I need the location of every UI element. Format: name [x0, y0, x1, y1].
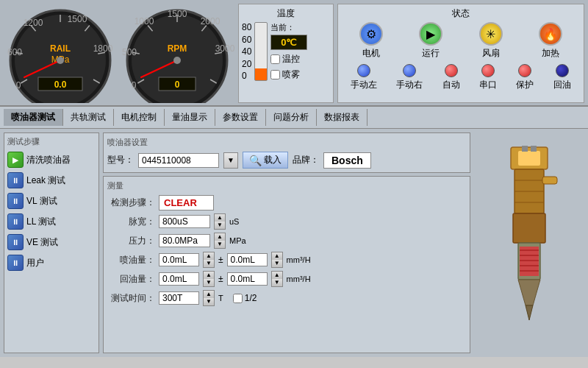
test-time-spin-up[interactable]: ▲ [204, 291, 214, 298]
pulse-row: 脉宽： ▲ ▼ uS [107, 213, 466, 230]
led-serial-label: 串口 [479, 79, 497, 91]
app-container: 0 600 1200 1500 1800 RAIL MPa 0.0 [0, 0, 588, 357]
temp-current-label: 当前： [270, 22, 307, 33]
injection-spin2-down[interactable]: ▼ [272, 260, 282, 267]
led-auto-label: 自动 [442, 79, 460, 91]
injection-spin1[interactable]: ▲ ▼ [203, 252, 215, 268]
led-oil-return-label: 回油 [553, 79, 571, 91]
pressure-spin-down[interactable]: ▼ [215, 241, 225, 248]
test-time-spin-down[interactable]: ▼ [204, 298, 214, 305]
temp-spray-checkbox[interactable] [270, 70, 280, 79]
nav-rail-test[interactable]: 共轨测试 [63, 109, 114, 126]
injection-spin2-up[interactable]: ▲ [272, 252, 282, 260]
ve-btn[interactable]: ⏸ VE 测试 [7, 234, 96, 250]
status-leds-row: 手动左 手动右 自动 串口 保护 [341, 64, 581, 91]
injection-spin1-up[interactable]: ▲ [204, 252, 214, 260]
center-panel: 喷油器设置 型号： ▼ 🔍 载入 品牌： Bosch 测量 [103, 132, 470, 353]
heat-label: 加热 [542, 47, 559, 60]
return-vol-input1[interactable] [159, 272, 199, 286]
left-panel: 测试步骤 ▶ 清洗喷油器 ⏸ Leak 测试 ⏸ VL 测试 ⏸ LL 测试 ⏸… [4, 132, 99, 353]
vl-btn[interactable]: ⏸ VL 测试 [7, 193, 96, 209]
led-serial: 串口 [479, 64, 497, 91]
pulse-spin[interactable]: ▲ ▼ [214, 213, 226, 230]
injector-diagram [478, 144, 581, 342]
measure-title: 测量 [107, 180, 466, 191]
temp-spray-row: 喷雾 [270, 68, 307, 81]
return-spin2-down[interactable]: ▼ [272, 279, 282, 286]
model-input[interactable] [138, 153, 219, 168]
return-spin1-up[interactable]: ▲ [204, 272, 214, 279]
svg-point-37 [173, 57, 181, 64]
nav-param-settings[interactable]: 参数设置 [215, 109, 266, 126]
svg-text:1200: 1200 [24, 18, 43, 28]
leak-btn-icon: ⏸ [7, 172, 24, 188]
fan-label: 风扇 [482, 47, 500, 60]
status-fan: ✳ 风扇 [479, 22, 503, 60]
led-protect-label: 保护 [516, 79, 534, 91]
svg-text:1500: 1500 [68, 14, 87, 24]
injection-vol-label: 喷油量： [107, 254, 155, 266]
nav-injector-test[interactable]: 喷油器测试 [4, 109, 63, 126]
return-spin1-down[interactable]: ▼ [204, 279, 214, 286]
nav-data-report[interactable]: 数据报表 [317, 109, 368, 126]
ll-btn-label: LL 测试 [26, 216, 56, 228]
run-icon: ▶ [419, 22, 442, 46]
return-unit: mm³/H [287, 275, 311, 283]
ll-btn-icon: ⏸ [7, 213, 24, 230]
pressure-input[interactable] [159, 234, 210, 247]
model-label: 型号： [107, 154, 134, 166]
heat-icon: 🔥 [539, 22, 562, 46]
injection-vol-input2[interactable] [227, 253, 268, 266]
led-manual-right-indicator [403, 64, 416, 77]
svg-text:3000: 3000 [215, 43, 234, 54]
svg-rect-43 [531, 146, 537, 152]
leak-btn[interactable]: ⏸ Leak 测试 [7, 172, 96, 188]
pressure-spin-up[interactable]: ▲ [215, 233, 225, 241]
nav-oil-display[interactable]: 量油显示 [165, 109, 215, 126]
injection-spin1-down[interactable]: ▼ [204, 260, 214, 267]
led-oil-return-indicator [556, 64, 569, 77]
test-steps-title: 测试步骤 [7, 136, 96, 147]
load-btn[interactable]: 🔍 载入 [243, 152, 288, 169]
return-spin2[interactable]: ▲ ▼ [271, 271, 283, 287]
injection-vol-input1[interactable] [159, 253, 199, 266]
nav-motor-control[interactable]: 电机控制 [114, 109, 165, 126]
half-cycle-checkbox[interactable] [233, 294, 243, 303]
test-time-spin[interactable]: ▲ ▼ [203, 290, 215, 306]
test-time-input[interactable] [159, 291, 199, 305]
temp-scale: 80 60 40 20 0 [242, 22, 251, 81]
model-dropdown-btn[interactable]: ▼ [223, 152, 238, 169]
pulse-spin-up[interactable]: ▲ [215, 214, 225, 222]
settings-row: 型号： ▼ 🔍 载入 品牌： Bosch [107, 152, 466, 169]
svg-text:1500: 1500 [168, 9, 187, 19]
svg-text:RPM: RPM [168, 43, 187, 54]
vl-btn-icon: ⏸ [7, 193, 24, 209]
svg-rect-51 [520, 247, 539, 276]
status-run: ▶ 运行 [419, 22, 442, 60]
svg-text:1000: 1000 [135, 16, 154, 26]
temp-value-display: 0℃ [270, 35, 307, 50]
clean-btn[interactable]: ▶ 清洗喷油器 [7, 152, 96, 168]
svg-text:0.0: 0.0 [54, 79, 67, 90]
pressure-unit: MPa [229, 236, 246, 245]
return-spin2-up[interactable]: ▲ [272, 272, 282, 279]
temp-control-checkbox[interactable] [270, 54, 280, 64]
svg-rect-49 [513, 213, 545, 243]
svg-rect-41 [518, 151, 540, 166]
return-spin1[interactable]: ▲ ▼ [203, 271, 215, 287]
ll-btn[interactable]: ⏸ LL 测试 [7, 213, 96, 230]
top-bar: 0 600 1200 1500 1800 RAIL MPa 0.0 [0, 0, 588, 107]
svg-point-17 [57, 57, 64, 64]
pulse-label: 脉宽： [107, 216, 155, 228]
pulse-input[interactable] [159, 215, 210, 228]
nav-problem-analysis[interactable]: 问题分析 [266, 109, 317, 126]
svg-text:1800: 1800 [93, 43, 113, 54]
status-title: 状态 [341, 7, 581, 20]
injection-spin2[interactable]: ▲ ▼ [271, 252, 283, 268]
return-vol-input2[interactable] [227, 272, 268, 286]
pressure-spin[interactable]: ▲ ▼ [214, 233, 226, 249]
led-serial-indicator [481, 64, 495, 77]
test-time-label: 测试时间： [107, 292, 155, 305]
pulse-spin-down[interactable]: ▼ [215, 222, 225, 229]
user-btn[interactable]: ⏸ 用户 [7, 255, 96, 271]
